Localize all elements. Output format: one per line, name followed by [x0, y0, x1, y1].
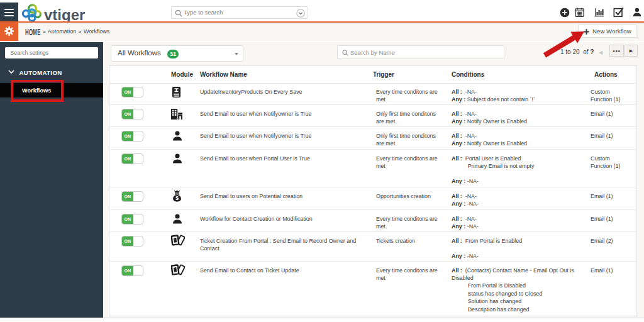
svg-text:$: $: [175, 195, 179, 201]
